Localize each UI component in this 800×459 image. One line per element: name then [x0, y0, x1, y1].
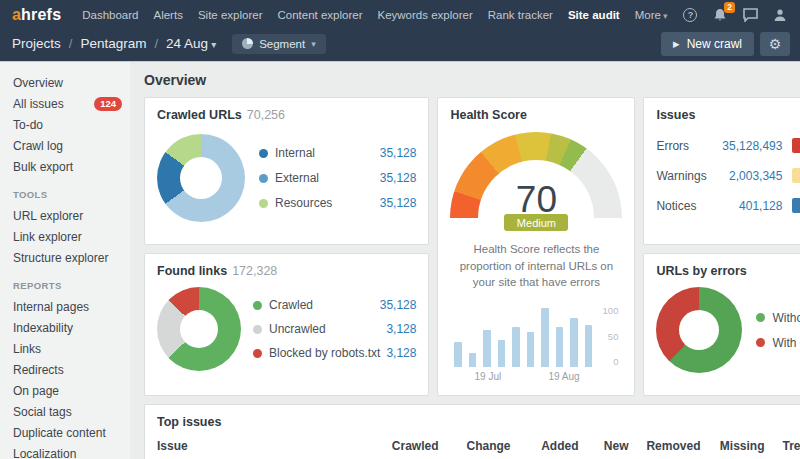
chat-icon[interactable] — [742, 7, 758, 23]
blocked-count-link[interactable]: 3,128 — [386, 346, 416, 360]
sidebar-item-url-explorer[interactable]: URL explorer — [13, 205, 122, 226]
notices-count-link[interactable]: 401,128 — [710, 199, 782, 213]
sidebar-item-indexability[interactable]: Indexability — [13, 317, 122, 338]
issues-row-label: Notices — [656, 199, 710, 213]
found-links-card: Found links172,328 Crawled35,128 Uncrawl… — [144, 253, 429, 396]
bar — [556, 327, 564, 367]
sidebar-item-social-tags[interactable]: Social tags — [13, 401, 122, 422]
sidebar-item-overview[interactable]: Overview — [13, 72, 122, 93]
crawled-urls-body: Internal35,128 External35,128 Resources3… — [157, 134, 416, 222]
notices-bar — [792, 198, 800, 213]
sidebar-item-duplicate-content[interactable]: Duplicate content — [13, 422, 122, 443]
sidebar-label: URL explorer — [13, 209, 83, 223]
uncrawled-count-link[interactable]: 3,128 — [386, 322, 416, 336]
health-history-bars — [454, 305, 592, 367]
sidebar-item-links[interactable]: Links — [13, 338, 122, 359]
sidebar-label: Social tags — [13, 405, 72, 419]
sidebar-item-link-explorer[interactable]: Link explorer — [13, 226, 122, 247]
health-score-card: Health Score 70 Medium Health Score refl… — [437, 97, 635, 396]
legend-row-external: External35,128 — [259, 171, 416, 185]
legend-dot — [253, 301, 262, 310]
top-issues-table: Issue Crawled Change Added New Removed M… — [157, 439, 800, 459]
play-icon: ▶ — [673, 39, 680, 49]
nav-content-explorer[interactable]: Content explorer — [277, 9, 362, 21]
segment-label: Segment — [259, 38, 305, 50]
urls-by-errors-legend: Without errors35,128 With errors35,128 — [756, 311, 800, 350]
legend-dot — [253, 325, 262, 334]
bar — [483, 330, 491, 367]
sidebar-item-internal-pages[interactable]: Internal pages — [13, 296, 122, 317]
legend-row-internal: Internal35,128 — [259, 146, 416, 160]
crawled-urls-donut-chart — [157, 134, 245, 222]
health-score-description: Health Score reflects the proportion of … — [450, 241, 622, 291]
bar — [585, 325, 593, 367]
legend-row-without-errors: Without errors35,128 — [756, 311, 800, 325]
breadcrumb-project-name[interactable]: Pentagram — [80, 36, 146, 51]
legend-label: Internal — [275, 146, 374, 160]
external-count-link[interactable]: 35,128 — [380, 171, 417, 185]
col-missing: Missing — [700, 439, 764, 453]
user-icon[interactable] — [772, 7, 788, 23]
col-change: Change — [438, 439, 510, 453]
health-chart-x-axis: 19 Jul 19 Aug — [450, 371, 622, 385]
nav-keywords-explorer[interactable]: Keywords explorer — [378, 9, 473, 21]
crawled-count-link[interactable]: 35,128 — [380, 298, 417, 312]
logo-a: a — [12, 6, 21, 23]
nav-dashboard[interactable]: Dashboard — [82, 9, 138, 21]
sidebar-label: Link explorer — [13, 230, 82, 244]
sidebar-item-bulk-export[interactable]: Bulk export — [13, 156, 122, 177]
urls-by-errors-body: Without errors35,128 With errors35,128 — [656, 287, 800, 373]
bar — [498, 340, 506, 367]
segment-dropdown[interactable]: Segment ▾ — [232, 34, 326, 54]
sidebar-item-all-issues[interactable]: All issues124 — [13, 93, 122, 114]
top-issues-header-row: Issue Crawled Change Added New Removed M… — [157, 439, 800, 459]
sidebar-label: All issues — [13, 97, 64, 111]
sidebar-label: Overview — [13, 76, 63, 90]
warnings-count-link[interactable]: 2,003,345 — [710, 169, 782, 183]
bar — [570, 318, 578, 367]
issues-row-notices: Notices401,128 — [656, 198, 800, 213]
nav-site-explorer[interactable]: Site explorer — [198, 9, 263, 21]
urls-by-errors-donut-chart — [656, 287, 742, 373]
new-crawl-button[interactable]: ▶New crawl — [661, 32, 754, 56]
help-icon[interactable]: ? — [682, 7, 698, 23]
sidebar-label: Structure explorer — [13, 251, 108, 265]
crawl-date-dropdown[interactable]: 24 Aug▾ — [166, 36, 216, 51]
crawled-urls-total: 70,256 — [247, 108, 285, 122]
top-issues-card: Top issues Issue Crawled Change Added Ne… — [144, 404, 800, 459]
sidebar-item-todo[interactable]: To-do — [13, 114, 122, 135]
col-crawled: Crawled — [378, 439, 438, 453]
nav-rank-tracker[interactable]: Rank tracker — [488, 9, 553, 21]
sidebar-item-localization[interactable]: Localization — [13, 443, 122, 459]
notifications-bell-icon[interactable]: 2 — [712, 7, 728, 23]
nav-alerts[interactable]: Alerts — [154, 9, 183, 21]
sidebar-item-redirects[interactable]: Redirects — [13, 359, 122, 380]
question-glyph: ? — [683, 8, 697, 22]
breadcrumb-projects[interactable]: Projects — [12, 36, 61, 51]
sidebar-item-crawl-log[interactable]: Crawl log — [13, 135, 122, 156]
resources-count-link[interactable]: 35,128 — [380, 196, 417, 210]
bar — [469, 353, 477, 367]
nav-more[interactable]: More▾ — [635, 9, 668, 21]
logo-hrefs: hrefs — [21, 6, 61, 23]
urls-by-errors-card: URLs by errors Without errors35,128 With… — [643, 253, 800, 396]
sidebar-item-on-page[interactable]: On page — [13, 380, 122, 401]
col-new: New — [578, 439, 628, 453]
health-score-value: 70 — [450, 181, 622, 218]
issues-row-errors: Errors35,128,493 — [656, 138, 800, 153]
chevron-down-icon: ▾ — [311, 39, 316, 49]
legend-label: Crawled — [269, 298, 374, 312]
internal-count-link[interactable]: 35,128 — [380, 146, 417, 160]
legend-label: External — [275, 171, 374, 185]
bar — [541, 308, 549, 368]
nav-site-audit[interactable]: Site audit — [568, 9, 620, 21]
sidebar-label: Redirects — [13, 363, 64, 377]
ahrefs-logo[interactable]: ahrefs — [12, 6, 61, 24]
errors-count-link[interactable]: 35,128,493 — [710, 139, 782, 153]
legend-dot — [756, 338, 765, 347]
sidebar-item-structure-explorer[interactable]: Structure explorer — [13, 247, 122, 268]
legend-label: Resources — [275, 196, 374, 210]
sidebar-label: Crawl log — [13, 139, 63, 153]
card-title-text: Crawled URLs — [157, 108, 242, 122]
settings-gear-button[interactable]: ⚙ — [760, 32, 790, 56]
